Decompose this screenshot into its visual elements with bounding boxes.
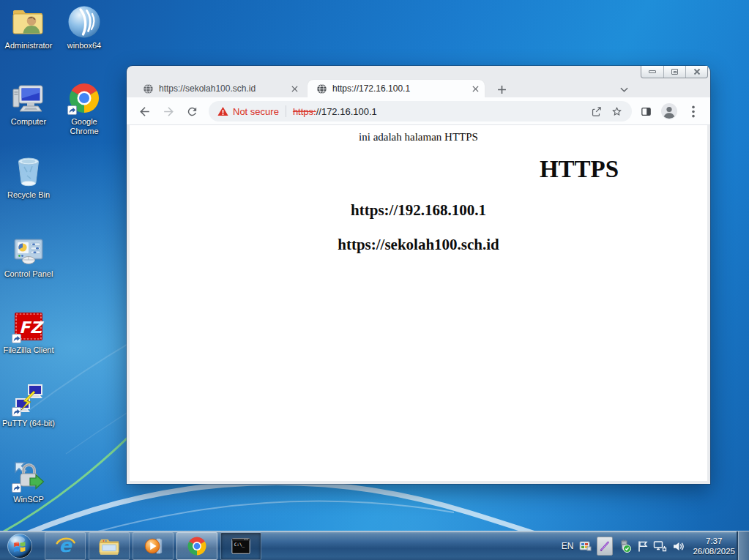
taskbar: e	[0, 531, 749, 560]
network-icon[interactable]	[653, 540, 667, 553]
shortcut-arrow-badge	[12, 407, 21, 417]
desktop-icon-filezilla[interactable]: FZ FileZilla Client	[1, 309, 56, 355]
taskbar-item-chrome[interactable]	[176, 532, 217, 560]
desktop-icon-label: Control Panel	[1, 269, 56, 279]
back-button[interactable]	[135, 102, 153, 120]
tab-title: https://sekolah100.sch.id	[159, 83, 286, 94]
desktop-icon-label: Google Chrome	[56, 117, 112, 136]
bookmark-star-icon[interactable]	[611, 105, 623, 118]
maximize-button[interactable]	[663, 66, 685, 78]
forward-button[interactable]	[160, 102, 177, 120]
desktop-icon-putty[interactable]: PuTTY (64-bit)	[1, 382, 56, 428]
security-chip-label[interactable]: Not secure	[233, 106, 279, 117]
volume-icon[interactable]	[672, 540, 685, 553]
desktop: { "desktop": { "icons": [ { "label": "Ad…	[0, 0, 749, 560]
user-folder-icon	[11, 4, 46, 40]
tab-172-16-100-1[interactable]: https://172.16.100.1	[308, 80, 485, 97]
taskbar-item-internet-explorer[interactable]: e	[45, 532, 86, 560]
share-icon[interactable]	[590, 105, 603, 118]
language-indicator[interactable]: EN	[562, 541, 574, 551]
window-titlebar[interactable]	[127, 66, 710, 77]
svg-text:FZ: FZ	[19, 318, 44, 337]
page-url-192: https://192.168.100.1	[130, 201, 707, 220]
tablet-pen-icon[interactable]	[597, 537, 613, 556]
shortcut-arrow-badge	[12, 483, 21, 493]
clock[interactable]: 7:37 26/08/2025	[693, 536, 735, 556]
chrome-icon	[67, 81, 102, 116]
globe-favicon-icon	[316, 83, 327, 94]
shortcut-arrow-badge	[67, 105, 77, 115]
clock-time: 7:37	[693, 536, 735, 546]
desktop-icon-computer[interactable]: Computer	[1, 81, 56, 127]
page-heading: HTTPS	[540, 156, 619, 183]
desktop-icon-label: winbox64	[56, 41, 112, 51]
control-panel-icon	[11, 233, 46, 268]
close-button[interactable]	[685, 66, 707, 78]
url-scheme: https:	[293, 106, 316, 117]
start-button[interactable]	[7, 533, 33, 559]
globe-favicon-icon	[143, 83, 154, 94]
desktop-icon-label: PuTTY (64-bit)	[1, 419, 56, 428]
system-tray: EN	[562, 531, 735, 560]
clock-date: 26/08/2025	[693, 546, 735, 556]
address-bar[interactable]: Not secure https://172.16.100.1	[209, 101, 632, 122]
desktop-icon-control-panel[interactable]: Control Panel	[1, 233, 56, 279]
desktop-icon-winbox64[interactable]: winbox64	[56, 4, 112, 51]
not-secure-warning-icon	[217, 106, 228, 116]
browser-window: https://sekolah100.sch.id https://172.16…	[127, 66, 710, 484]
page-intro-text: ini adalah halaman HTTPS	[130, 131, 707, 143]
winbox-icon	[67, 4, 102, 40]
tab-close-icon[interactable]	[291, 86, 298, 92]
filezilla-icon: FZ	[11, 309, 46, 344]
side-panel-icon[interactable]	[637, 102, 655, 120]
show-desktop-button[interactable]	[737, 531, 749, 560]
tab-title: https://172.16.100.1	[332, 83, 467, 94]
new-tab-button[interactable]	[494, 82, 509, 97]
tab-search-chevron-icon[interactable]	[617, 84, 630, 94]
browser-toolbar: Not secure https://172.16.100.1	[127, 97, 710, 125]
svg-text:C:\_: C:\_	[234, 542, 245, 548]
desktop-icon-recycle-bin[interactable]: Recycle Bin	[1, 154, 56, 200]
desktop-icon-label: FileZilla Client	[1, 346, 56, 355]
desktop-icon-label: Computer	[1, 117, 56, 127]
profile-avatar[interactable]	[660, 102, 678, 120]
shortcut-arrow-badge	[12, 334, 21, 343]
taskbar-item-command-prompt[interactable]: C:\_	[220, 532, 261, 560]
omnibox-separator	[286, 105, 286, 117]
desktop-icon-administrator[interactable]: Administrator	[1, 4, 56, 51]
putty-icon	[11, 382, 46, 417]
computer-icon	[11, 81, 46, 116]
recycle-bin-icon	[11, 154, 46, 189]
page-url-sekolah100: https://sekolah100.sch.id	[130, 236, 707, 254]
desktop-icon-label: Recycle Bin	[1, 190, 56, 200]
taskbar-item-windows-explorer[interactable]	[89, 532, 130, 560]
action-center-flag-icon[interactable]	[637, 540, 648, 553]
desktop-icon-label: WinSCP	[1, 495, 56, 504]
menu-dots-icon[interactable]	[685, 102, 702, 120]
tab-close-icon[interactable]	[472, 86, 479, 92]
safely-remove-hardware-icon[interactable]	[618, 540, 632, 553]
winscp-icon	[11, 458, 46, 493]
desktop-icon-winscp[interactable]: WinSCP	[1, 458, 56, 504]
page-content: ini adalah halaman HTTPS HTTPS https://1…	[130, 125, 707, 481]
language-bar-icon[interactable]	[578, 540, 592, 553]
desktop-icon-google-chrome[interactable]: Google Chrome	[56, 81, 112, 136]
reload-button[interactable]	[183, 102, 201, 120]
tab-sekolah100[interactable]: https://sekolah100.sch.id	[134, 80, 304, 97]
taskbar-item-media-player[interactable]	[133, 532, 174, 560]
tab-strip: https://sekolah100.sch.id https://172.16…	[127, 77, 710, 97]
desktop-icon-label: Administrator	[1, 41, 56, 51]
minimize-button[interactable]	[641, 66, 663, 78]
url-text[interactable]: //172.16.100.1	[316, 106, 377, 117]
